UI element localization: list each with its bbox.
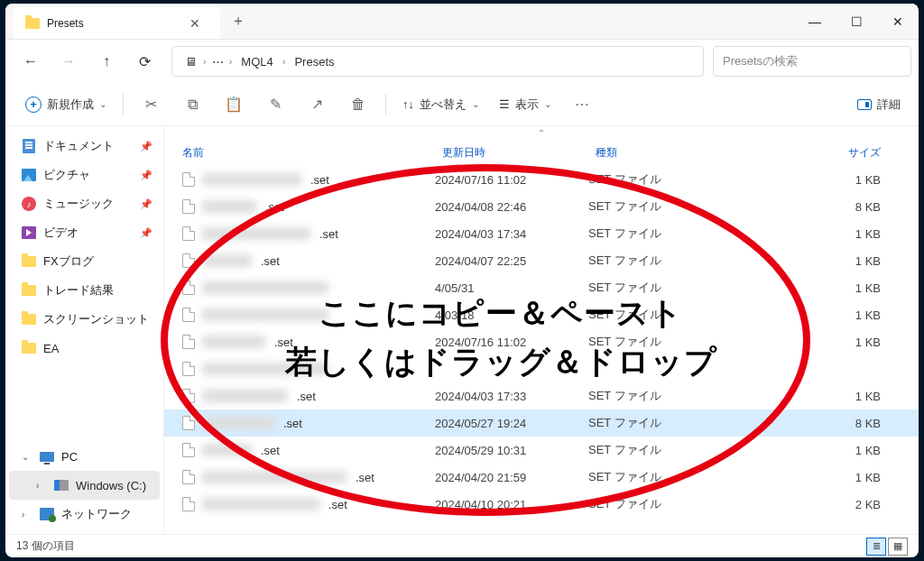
file-date: 4/03/18 [435,308,588,322]
copy-button[interactable]: ⧉ [172,90,212,119]
file-list: ⌃ 名前 更新日時 種類 サイズ .set2024/07/16 11:02SET… [164,126,919,534]
rename-button[interactable]: ✎ [255,90,295,119]
sidebar-pc[interactable]: ⌄ PC [9,442,160,471]
file-size: 1 KB [710,390,908,403]
nav-row: ← → ↑ ⟳ 🖥 › ⋯ › MQL4 › Presets Presetsの検… [5,40,919,83]
file-name-redacted [202,471,346,483]
icons-view-button[interactable]: ▦ [888,538,908,556]
forward-button[interactable]: → [51,45,87,78]
chevron-right-icon: › [22,510,32,520]
folder-icon [22,254,36,269]
file-row[interactable]: .set2024/04/10 20:21SET ファイル2 KB [164,491,919,518]
column-date[interactable]: 更新日時 [435,145,588,161]
file-name-redacted [202,417,274,429]
sort-button[interactable]: ↑↓ 並べ替え ⌄ [393,90,488,119]
file-row[interactable]: .set2024/05/29 10:31SET ファイル1 KB [164,437,919,464]
file-icon [182,497,195,511]
ellipsis-icon[interactable]: ⋯ [212,55,224,69]
tab-close-button[interactable]: ✕ [182,11,208,36]
file-row[interactable]: .set2024/04/03 17:33SET ファイル1 KB [164,382,919,409]
file-row[interactable]: 4/05/31SET ファイル1 KB [164,274,919,301]
file-row[interactable]: .set2024/04/07 22:25SET ファイル1 KB [164,247,919,274]
sidebar-item-label: PC [61,450,78,464]
column-type[interactable]: 種類 [588,145,710,161]
minimize-button[interactable]: ― [794,4,836,39]
sidebar-quick-item[interactable]: トレード結果 [9,276,160,305]
file-extension: .set [261,254,280,268]
file-type: SET ファイル [588,198,710,215]
refresh-button[interactable]: ⟳ [126,45,162,78]
details-label: 詳細 [877,97,901,113]
view-button[interactable]: ☰ 表示 ⌄ [490,90,560,119]
sidebar-quick-item[interactable]: ドキュメント📌 [9,132,160,161]
sidebar-quick-item[interactable]: ピクチャ📌 [9,161,160,189]
cut-button[interactable]: ✂ [131,90,171,119]
file-extension: .set [265,200,284,214]
delete-button[interactable]: 🗑 [338,90,378,119]
file-extension: .set [356,471,374,484]
file-date: 2024/04/10 20:21 [435,498,588,511]
file-type: SET ファイル [588,253,710,269]
column-name[interactable]: 名前 [164,145,435,161]
sidebar-quick-item[interactable]: FXブログ [9,247,160,276]
sidebar-quick-item[interactable]: EA [9,334,160,363]
file-row[interactable]: .set2024/05/27 19:24SET ファイル8 KB [164,409,919,437]
back-button[interactable]: ← [13,45,49,78]
file-icon [182,470,195,484]
sidebar-quick-item[interactable]: ビデオ📌 [9,218,160,247]
address-bar[interactable]: 🖥 › ⋯ › MQL4 › Presets [171,46,704,77]
search-input[interactable]: Presetsの検索 [713,46,911,77]
file-type: SET ファイル [588,334,710,350]
file-date: 2024/04/20 21:59 [435,471,588,484]
file-row[interactable] [164,355,919,382]
file-type: SET ファイル [588,496,710,512]
paste-button[interactable]: 📋 [214,90,254,119]
file-icon [182,335,195,349]
column-collapse-icon[interactable]: ⌃ [164,126,919,139]
file-row[interactable]: .set2024/04/08 22:46SET ファイル8 KB [164,193,919,220]
pin-icon: 📌 [140,141,152,152]
network-icon [40,507,54,521]
monitor-icon: 🖥 [183,54,198,69]
breadcrumb-presets[interactable]: Presets [291,53,337,70]
new-tab-button[interactable]: ＋ [220,4,256,39]
tab-presets[interactable]: Presets ✕ [13,7,220,39]
file-row[interactable]: .set2024/04/20 21:59SET ファイル1 KB [164,464,919,491]
file-size: 2 KB [710,498,908,511]
details-pane-button[interactable]: 詳細 [850,90,908,119]
sidebar-network[interactable]: › ネットワーク [9,500,160,529]
sidebar-item-label: ミュージック [43,196,114,212]
file-row[interactable]: .set2024/07/16 11:02SET ファイル1 KB [164,328,919,355]
share-button[interactable]: ↗ [297,90,337,119]
column-size[interactable]: サイズ [710,145,908,161]
folder-icon [22,312,36,326]
sidebar-quick-item[interactable]: スクリーンショット [9,305,160,334]
details-view-button[interactable]: ≣ [866,538,886,556]
up-button[interactable]: ↑ [88,45,125,78]
chevron-right-icon: › [229,56,233,67]
sidebar-quick-item[interactable]: ミュージック📌 [9,189,160,218]
file-extension: .set [297,390,316,403]
file-type: SET ファイル [588,415,710,431]
close-window-button[interactable]: ✕ [877,4,919,39]
file-row[interactable]: 4/03/18SET ファイル1 KB [164,301,919,328]
file-size: 1 KB [710,173,908,187]
breadcrumb-mql4[interactable]: MQL4 [237,53,276,70]
file-size: 1 KB [710,336,908,349]
title-bar: Presets ✕ ＋ ― ☐ ✕ [5,4,919,40]
more-button[interactable]: ⋯ [562,90,602,119]
file-row[interactable]: .set2024/07/16 11:02SET ファイル1 KB [164,166,919,193]
sidebar-drive-c[interactable]: › Windows (C:) [9,471,160,500]
file-type: SET ファイル [588,225,710,242]
chevron-right-icon: › [282,56,286,67]
maximize-button[interactable]: ☐ [836,4,877,39]
file-row[interactable]: .set2024/04/03 17:34SET ファイル1 KB [164,220,919,247]
file-name-redacted [202,200,256,213]
file-icon [182,416,195,430]
file-date: 4/05/31 [435,281,588,295]
file-date: 2024/04/07 22:25 [435,254,588,268]
file-icon [182,199,195,214]
new-button[interactable]: + 新規作成 ⌄ [16,90,116,119]
file-icon [182,443,195,457]
file-name-redacted [202,390,288,402]
